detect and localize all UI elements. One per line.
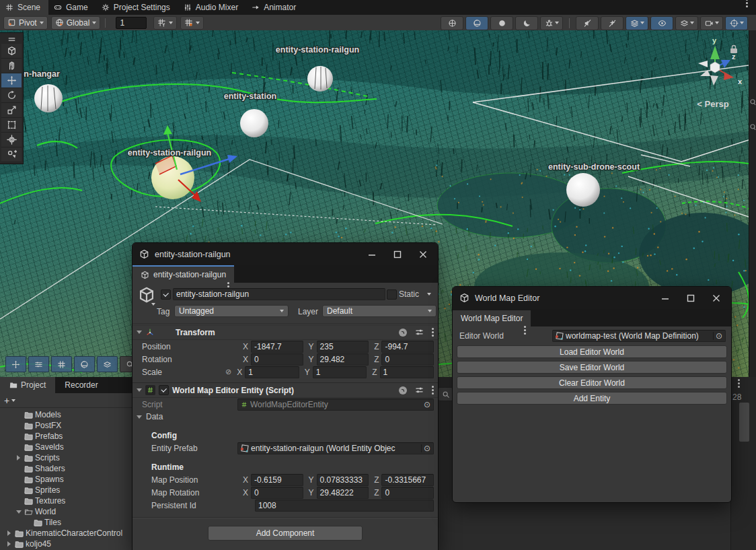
expand-arrow-icon[interactable] [5,530,13,536]
presets-icon[interactable] [415,328,424,337]
project-folder-sprites[interactable]: Sprites [0,485,132,495]
overlay-lighting-button[interactable] [74,356,95,372]
position-z-field[interactable]: -994.7 [381,341,434,353]
custom-tool-button[interactable] [1,147,22,162]
maximize-button[interactable] [393,250,402,259]
project-folder-world[interactable]: World [0,506,132,517]
expand-arrow-icon[interactable] [5,541,13,547]
object-picker-icon[interactable] [421,444,430,452]
hand-tool-button[interactable] [1,59,22,73]
minimize-button[interactable] [368,250,376,259]
component-menu-icon[interactable] [432,331,434,333]
project-folder-scripts[interactable]: Scripts [0,452,132,463]
foldout-icon[interactable] [137,331,142,334]
move-tool-button[interactable] [1,73,22,88]
debug-button[interactable] [540,16,563,30]
help-icon[interactable] [399,386,407,394]
script-component-header[interactable]: World Map Editor Entity (Script) [133,382,438,398]
script-field[interactable]: WorldMapEditorEntity [237,399,434,411]
tab-animator[interactable]: Animator [246,0,304,15]
overlay-grid-snap-button[interactable] [51,356,72,372]
audio-button[interactable] [490,16,513,30]
tab-project-settings[interactable]: Project Settings [96,0,178,15]
position-x-field[interactable]: -1847.7 [251,341,303,353]
project-folder-tiles[interactable]: Tiles [0,517,132,528]
chevron-down-icon[interactable] [151,303,155,306]
project-folder-postfx[interactable]: PostFX [0,420,132,431]
tab-project[interactable]: Project [0,377,55,393]
foldout-icon[interactable] [137,415,142,419]
layer-dropdown[interactable]: Default [322,305,437,317]
effects-button[interactable] [515,16,538,30]
audio-mute-button[interactable] [576,16,599,30]
pivot-button[interactable]: Pivot [3,16,48,30]
active-checkbox[interactable] [161,289,171,300]
grid-visual-button[interactable] [675,16,698,30]
overlay-tool-settings-button[interactable] [28,356,49,372]
component-menu-icon[interactable] [432,389,434,391]
load-editor-world-button[interactable]: Load Editor World [457,345,727,358]
rotation-x-field[interactable]: 0 [251,353,303,366]
rotation-z-field[interactable]: 0 [381,353,434,366]
scale-z-field[interactable]: 1 [380,366,434,378]
inspector-tab[interactable]: entity-station-railgun [133,265,234,283]
chevron-down-icon[interactable] [11,399,15,402]
project-folder-models[interactable]: Models [0,409,132,420]
expand-arrow-icon[interactable] [15,455,22,460]
expand-arrow-icon[interactable] [15,510,22,514]
entity-prefab-field[interactable]: entity-station-railgun (World Entity Obj… [237,442,434,454]
component-enabled-checkbox[interactable] [159,385,169,395]
help-icon[interactable] [399,329,407,337]
object-picker-icon[interactable] [424,401,430,409]
search-button[interactable] [438,387,453,401]
foldout-icon[interactable] [137,388,142,392]
overlay-handle[interactable] [1,34,22,44]
add-entity-button[interactable]: Add Entity [457,392,727,405]
project-folder-kinematiccharactercontrol[interactable]: KinematicCharacterControl [0,528,132,539]
editor-world-field[interactable]: worldmap-test (World Map Definition) [552,330,726,342]
data-foldout[interactable]: Data [133,411,438,423]
project-folder-koljo45[interactable]: koljo45 [0,539,132,549]
effects-off-button[interactable] [601,16,623,30]
tag-dropdown[interactable]: Untagged [174,305,289,317]
layers-button[interactable] [626,16,648,30]
minimize-button[interactable] [661,294,669,302]
scene-visibility-button[interactable] [650,16,673,30]
save-editor-world-button[interactable]: Save Editor World [457,361,727,374]
rect-tool-button[interactable] [1,118,22,133]
grid-size-input[interactable]: 1 [116,17,147,29]
scale-y-field[interactable]: 1 [313,366,367,378]
tab-recorder[interactable]: Recorder [55,377,107,393]
map-position-y-field[interactable]: 0.07833333 [317,474,369,486]
map-rotation-z-field[interactable]: 0 [381,487,434,499]
project-folder-savelds[interactable]: Savelds [0,442,132,452]
position-y-field[interactable]: 235 [317,341,369,353]
maximize-button[interactable] [687,294,695,302]
clear-editor-world-button[interactable]: Clear Editor World [457,376,727,389]
rotation-y-field[interactable]: 29.482 [317,353,369,366]
project-folder-shaders[interactable]: Shaders [0,463,132,474]
constrain-proportions-icon[interactable] [225,368,231,376]
rotate-tool-button[interactable] [1,88,22,103]
snap-increment-button[interactable] [153,16,177,30]
object-picker-icon[interactable] [713,332,722,340]
create-asset-button[interactable]: + [4,396,9,405]
persistent-id-field[interactable]: 1008 [255,500,434,512]
view-cube-tool-button[interactable] [1,44,22,59]
close-button[interactable] [712,294,720,302]
draw-mode-button[interactable] [441,16,463,30]
tab-game[interactable]: Game [48,0,96,15]
overlay-move-button[interactable] [5,356,26,372]
map-position-z-field[interactable]: -0.3315667 [381,474,434,486]
inspector-titlebar[interactable]: entity-station-railgun [133,243,438,265]
static-checkbox[interactable] [387,289,397,300]
grid-visibility-button[interactable] [180,16,204,30]
transform-tool-button[interactable] [1,133,22,147]
presets-icon[interactable] [415,386,424,394]
lighting-button[interactable] [465,16,488,30]
project-folder-textures[interactable]: Textures [0,495,132,506]
dock-menu-icon[interactable] [738,382,740,384]
wme-tab[interactable]: World Map Editor [453,310,531,326]
perspective-label[interactable]: < Persp [697,99,728,109]
wme-titlebar[interactable]: World Map Editor [453,287,731,309]
